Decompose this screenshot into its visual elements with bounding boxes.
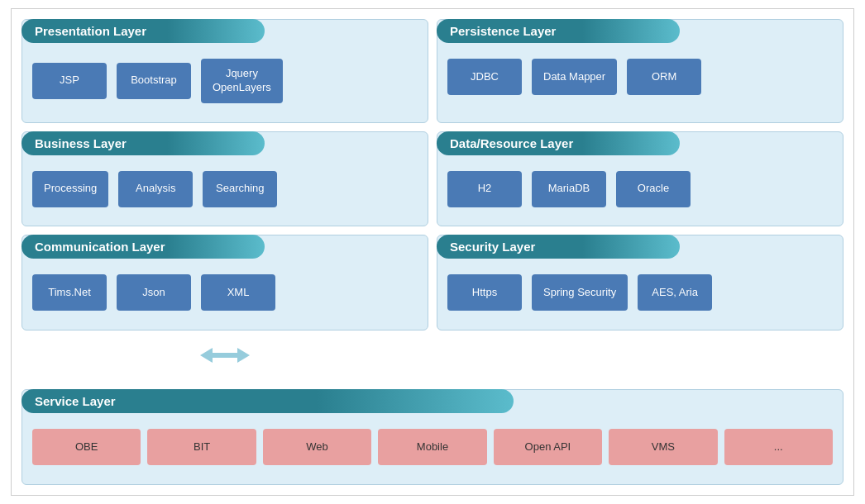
communication-layer-header: Communication Layer xyxy=(22,235,265,259)
security-layer-content: Https Spring Security AES, Aria xyxy=(437,268,843,321)
persistence-layer-header: Persistence Layer xyxy=(437,19,680,43)
security-item-https: Https xyxy=(447,274,522,311)
business-item-analysis: Analysis xyxy=(118,171,193,207)
security-layer-box: Security Layer Https Spring Security AES… xyxy=(437,235,843,330)
arrow-row xyxy=(22,339,428,372)
service-item-mobile: Mobile xyxy=(378,429,486,465)
comm-item-xml: XML xyxy=(201,274,275,311)
service-layer-box: Service Layer OBE BIT Web Mobile Open AP… xyxy=(22,389,843,485)
business-item-searching: Searching xyxy=(203,171,277,207)
security-item-spring-security: Spring Security xyxy=(532,274,628,311)
service-item-web: Web xyxy=(263,429,371,465)
business-layer-content: Processing Analysis Searching xyxy=(22,164,428,217)
persistence-layer-box: Persistence Layer JDBC Data Mapper ORM xyxy=(437,19,843,123)
service-item-obe: OBE xyxy=(32,429,141,465)
presentation-layer-header: Presentation Layer xyxy=(22,19,265,43)
presentation-item-bootstrap: Bootstrap xyxy=(117,63,191,99)
persistence-item-datamapper: Data Mapper xyxy=(532,59,617,95)
service-layer-header: Service Layer xyxy=(22,389,514,413)
communication-layer-box: Communication Layer Tims.Net Json XML xyxy=(22,235,428,330)
bidirectional-arrow-icon xyxy=(200,345,250,365)
service-item-openapi: Open API xyxy=(494,429,602,465)
security-layer-header: Security Layer xyxy=(437,235,680,259)
data-resource-layer-box: Data/Resource Layer H2 MariaDB Oracle xyxy=(437,131,843,227)
service-item-vms: VMS xyxy=(609,429,717,465)
business-layer-header: Business Layer xyxy=(22,131,265,155)
service-layer-content: OBE BIT Web Mobile Open API VMS ... xyxy=(22,422,843,475)
comm-item-json: Json xyxy=(117,274,191,311)
persistence-item-orm: ORM xyxy=(627,59,701,95)
comm-item-timsnet: Tims.Net xyxy=(32,274,107,311)
persistence-item-jdbc: JDBC xyxy=(447,59,522,95)
data-resource-layer-content: H2 MariaDB Oracle xyxy=(437,164,843,217)
presentation-layer-box: Presentation Layer JSP Bootstrap JqueryO… xyxy=(22,19,428,123)
svg-marker-0 xyxy=(200,348,250,363)
empty-cell xyxy=(437,339,843,372)
data-item-oracle: Oracle xyxy=(616,171,691,207)
layer-grid: Presentation Layer JSP Bootstrap JqueryO… xyxy=(22,19,843,485)
business-item-processing: Processing xyxy=(32,171,108,207)
data-item-h2: H2 xyxy=(447,171,522,207)
architecture-diagram: Presentation Layer JSP Bootstrap JqueryO… xyxy=(11,8,854,496)
presentation-layer-content: JSP Bootstrap JqueryOpenLayers xyxy=(22,52,428,113)
security-item-aes-aria: AES, Aria xyxy=(638,274,712,311)
data-resource-layer-header: Data/Resource Layer xyxy=(437,131,680,155)
service-item-more: ... xyxy=(724,429,833,465)
communication-layer-content: Tims.Net Json XML xyxy=(22,268,428,321)
presentation-item-jsp: JSP xyxy=(32,63,107,99)
business-layer-box: Business Layer Processing Analysis Searc… xyxy=(22,131,428,227)
presentation-item-jquery: JqueryOpenLayers xyxy=(201,59,283,103)
persistence-layer-content: JDBC Data Mapper ORM xyxy=(437,52,843,105)
data-item-mariadb: MariaDB xyxy=(532,171,606,207)
service-item-bit: BIT xyxy=(147,429,256,465)
